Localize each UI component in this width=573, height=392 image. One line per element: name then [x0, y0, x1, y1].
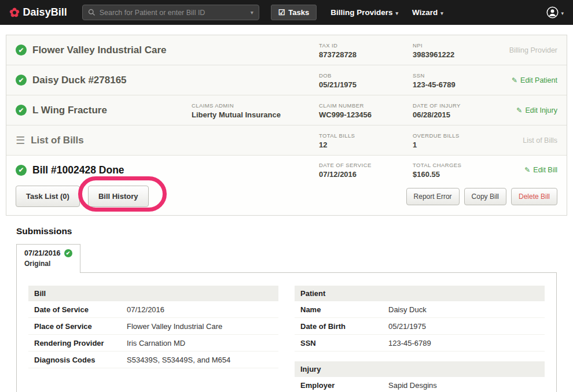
submission-date: 07/21/2016: [24, 249, 61, 257]
provider-title-group: ✔ Flower Valley Industrial Care: [16, 35, 166, 65]
billing-providers-label: Billing Providers: [330, 8, 392, 17]
chevron-down-icon: ▾: [561, 9, 564, 16]
row-value: Daisy Duck: [388, 305, 427, 314]
submissions-section: Submissions 07/21/2016 ✔ Original Bill D…: [16, 226, 557, 392]
field-label: TAX ID: [319, 42, 357, 48]
list-of-bills-context-label: List of Bills: [523, 136, 557, 145]
field-label: TOTAL BILLS: [319, 132, 355, 138]
row-label: Name: [300, 305, 388, 314]
field-value: 07/12/2016: [319, 170, 372, 179]
patient-title-group: ✔ Daisy Duck #278165: [16, 65, 127, 95]
bill-actions-right: Report Error Copy Bill Delete Bill: [406, 188, 557, 205]
row-value: Flower Valley Industrial Care: [127, 322, 222, 331]
table-row: Name Daisy Duck: [295, 301, 545, 318]
tasks-button[interactable]: ☑ Tasks: [271, 5, 317, 20]
field-label: NPI: [413, 42, 454, 48]
tasks-checkbox-icon: ☑: [278, 8, 285, 17]
row-label: Date of Service: [34, 305, 127, 314]
injury-table-header: Injury: [295, 361, 545, 377]
edit-patient-link[interactable]: ✎ Edit Patient: [512, 76, 557, 84]
dob-field: DOB 05/21/1975: [319, 72, 357, 88]
field-label: OVERDUE BILLS: [413, 132, 460, 138]
tax-id-field: TAX ID 873728728: [319, 42, 357, 58]
table-row: Date of Service 07/12/2016: [28, 301, 278, 318]
daisy-flower-icon: ✿: [9, 6, 20, 19]
field-value: $160.55: [413, 170, 461, 179]
task-list-button[interactable]: Task List (0): [16, 186, 80, 207]
global-search[interactable]: ▾: [82, 5, 259, 20]
field-value: Liberty Mutual Insurance: [192, 110, 281, 119]
row-label: Rendering Provider: [34, 339, 127, 347]
patient-row: ✔ Daisy Duck #278165 DOB 05/21/1975 SSN …: [6, 65, 567, 95]
submission-tab-original[interactable]: 07/21/2016 ✔ Original: [16, 244, 80, 273]
brand-name: DaisyBill: [23, 6, 67, 19]
date-of-injury-field: DATE OF INJURY 06/28/2015: [413, 102, 461, 119]
copy-bill-button[interactable]: Copy Bill: [464, 188, 506, 205]
chevron-down-icon: ▾: [396, 9, 399, 16]
top-navbar: ✿ DaisyBill ▾ ☑ Tasks Billing Providers …: [0, 0, 573, 25]
field-label: TOTAL CHARGES: [413, 162, 461, 168]
search-dropdown-caret-icon[interactable]: ▾: [251, 9, 254, 16]
field-value: 3983961222: [413, 50, 454, 58]
submission-tab-date-line: 07/21/2016 ✔: [24, 249, 72, 257]
claims-admin-field: CLAIMS ADMIN Liberty Mutual Insurance: [192, 102, 281, 119]
patient-name: Daisy Duck #278165: [32, 75, 127, 86]
context-stack: ✔ Flower Valley Industrial Care TAX ID 8…: [6, 35, 567, 216]
billing-provider-context-label: Billing Provider: [509, 46, 557, 54]
spacer: [295, 352, 545, 361]
field-value: WC999-123456: [319, 110, 372, 119]
edit-bill-link[interactable]: ✎ Edit Bill: [524, 166, 557, 174]
overdue-bills-field: OVERDUE BILLS 1: [413, 132, 460, 149]
billing-providers-menu[interactable]: Billing Providers ▾: [330, 8, 398, 17]
search-input[interactable]: [100, 9, 247, 17]
date-of-service-field: DATE OF SERVICE 07/12/2016: [319, 162, 372, 179]
row-label: Date of Birth: [300, 322, 388, 331]
field-label: DOB: [319, 72, 357, 78]
table-row: SSN 123-45-6789: [295, 335, 545, 352]
injury-name: L Wing Fracture: [32, 105, 107, 116]
check-circle-icon: ✔: [16, 75, 27, 86]
bill-title-group: ✔ Bill #1002428 Done: [16, 156, 124, 184]
table-row: Place of Service Flower Valley Industria…: [28, 318, 278, 335]
report-error-button[interactable]: Report Error: [406, 188, 460, 205]
bills-title-group: ☰ List of Bills: [16, 125, 84, 155]
field-label: CLAIMS ADMIN: [192, 102, 281, 108]
check-circle-icon: ✔: [64, 249, 72, 257]
bill-history-button[interactable]: Bill History: [88, 186, 149, 207]
patient-injury-column: Patient Name Daisy Duck Date of Birth 05…: [295, 286, 545, 392]
main-content: ✔ Flower Valley Industrial Care TAX ID 8…: [0, 35, 573, 392]
chevron-down-icon: ▾: [440, 9, 443, 16]
patient-table-header: Patient: [295, 286, 545, 301]
submission-detail-panel: Bill Date of Service 07/12/2016 Place of…: [16, 272, 557, 392]
bill-actions-toolbar: Task List (0) Bill History Report Error …: [6, 184, 567, 215]
row-label: Place of Service: [34, 322, 127, 331]
bill-header-row: ✔ Bill #1002428 Done DATE OF SERVICE 07/…: [6, 156, 567, 184]
claim-number-field: CLAIM NUMBER WC999-123456: [319, 102, 372, 119]
npi-field: NPI 3983961222: [413, 42, 454, 58]
edit-bill-label: Edit Bill: [533, 166, 557, 174]
daisybill-logo[interactable]: ✿ DaisyBill: [9, 6, 67, 19]
provider-name: Flower Valley Industrial Care: [32, 45, 166, 56]
wizard-menu[interactable]: Wizard ▾: [412, 8, 443, 17]
field-label: CLAIM NUMBER: [319, 102, 372, 108]
tasks-label: Tasks: [288, 8, 309, 17]
row-value: Sapid Desgins: [388, 381, 437, 390]
row-value: 07/12/2016: [127, 305, 164, 314]
user-account-menu[interactable]: ▾: [546, 6, 564, 19]
injury-row: ✔ L Wing Fracture CLAIMS ADMIN Liberty M…: [6, 95, 567, 125]
edit-injury-link[interactable]: ✎ Edit Injury: [516, 106, 557, 114]
submission-type: Original: [24, 260, 72, 268]
row-label: Diagnosis Codes: [34, 356, 127, 364]
pencil-icon: ✎: [524, 166, 530, 174]
submissions-heading: Submissions: [16, 226, 557, 236]
field-value: 05/21/1975: [319, 80, 357, 88]
check-circle-icon: ✔: [16, 105, 27, 116]
field-label: DATE OF SERVICE: [319, 162, 372, 168]
delete-bill-button[interactable]: Delete Bill: [511, 188, 557, 205]
field-value: 1: [413, 140, 460, 149]
field-value: 873728728: [319, 50, 357, 58]
row-label: Employer: [300, 381, 388, 390]
table-row: Employer Sapid Desgins: [295, 377, 545, 392]
table-row: Rendering Provider Iris Carnation MD: [28, 335, 278, 352]
field-label: DATE OF INJURY: [413, 102, 461, 108]
